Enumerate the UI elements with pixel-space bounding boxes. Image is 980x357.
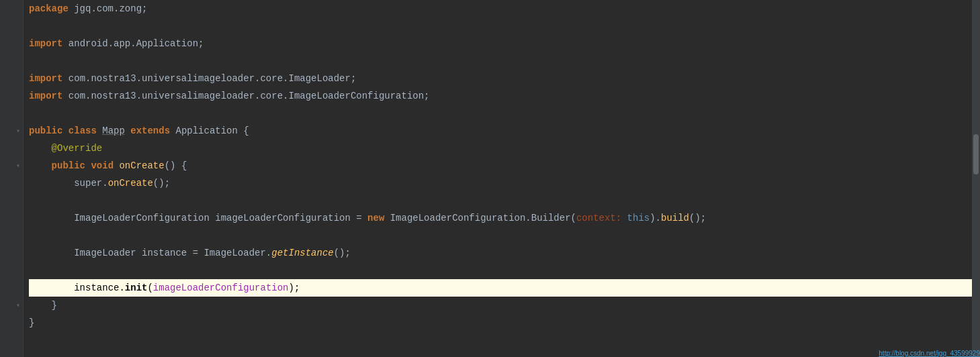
- code-text: }: [29, 314, 34, 332]
- gutter-line-14: [0, 227, 23, 244]
- keyword-public-1: public: [29, 122, 62, 140]
- method-oncreate: onCreate: [119, 157, 164, 174]
- gutter-line-7: [0, 105, 23, 122]
- code-line-15: ImageLoader instance = ImageLoader.getIn…: [29, 244, 980, 262]
- editor-container: ▾ ▾ ▾ package jgq.com.zong; import andro…: [0, 0, 980, 357]
- code-text: ();: [689, 209, 706, 227]
- gutter-line-4: [0, 52, 23, 70]
- code-text: ();: [153, 174, 170, 192]
- gutter-line-9: [0, 140, 23, 157]
- code-line-18: }: [29, 297, 980, 314]
- gutter-line-6: [0, 87, 23, 105]
- scrollbar-thumb-v[interactable]: [973, 134, 979, 174]
- keyword-public-2: public: [52, 157, 85, 174]
- code-line-2: [29, 17, 980, 35]
- gutter-line-11: [0, 174, 23, 192]
- keyword-this: this: [627, 209, 650, 227]
- code-text: ();: [334, 244, 351, 262]
- code-line-7: [29, 105, 980, 122]
- code-text: (: [147, 279, 152, 297]
- code-line-3: import android.app.Application;: [29, 35, 980, 52]
- gutter-line-8: ▾: [0, 122, 23, 140]
- code-text: [125, 122, 130, 140]
- code-line-1: package jgq.com.zong;: [29, 0, 980, 17]
- code-text: [114, 157, 119, 174]
- code-line-19: }: [29, 314, 980, 332]
- keyword-void: void: [91, 157, 114, 174]
- line-number-gutter: ▾ ▾ ▾: [0, 0, 24, 357]
- code-text: [85, 157, 91, 174]
- code-text: );: [289, 279, 300, 297]
- fold-arrow-18[interactable]: ▾: [16, 301, 20, 309]
- gutter-line-18: ▾: [0, 297, 23, 314]
- code-text: [621, 209, 627, 227]
- code-text: com.nostra13.universalimageloader.core.I…: [62, 87, 429, 105]
- code-text: android.app.Application;: [62, 35, 204, 52]
- gutter-line-15: [0, 244, 23, 262]
- indent: [29, 174, 74, 192]
- indent: [29, 157, 52, 174]
- fold-arrow-8[interactable]: ▾: [16, 127, 20, 135]
- code-text: instance.: [74, 279, 125, 297]
- vertical-scrollbar[interactable]: [972, 0, 980, 357]
- code-line-14: [29, 227, 980, 244]
- code-line-4: [29, 52, 980, 70]
- code-line-9: @Override: [29, 140, 980, 157]
- code-line-17: instance.init(imageLoaderConfiguration);: [29, 279, 980, 297]
- class-application: Application: [175, 122, 237, 140]
- code-text: [170, 122, 175, 140]
- code-text: ImageLoaderConfiguration imageLoaderConf…: [74, 209, 367, 227]
- code-text: ).: [650, 209, 661, 227]
- code-line-10: public void onCreate() {: [29, 157, 980, 174]
- code-line-12: [29, 192, 980, 209]
- code-text: }: [52, 297, 57, 314]
- gutter-line-3: [0, 35, 23, 52]
- annotation-override: @Override: [52, 140, 103, 157]
- method-super-oncreate: onCreate: [108, 174, 153, 192]
- code-line-13: ImageLoaderConfiguration imageLoaderConf…: [29, 209, 980, 227]
- indent: [29, 297, 52, 314]
- gutter-line-13: [0, 209, 23, 227]
- keyword-class: class: [69, 122, 97, 140]
- code-line-8: public class Mapp extends Application {: [29, 122, 980, 140]
- param-imageloaderconfig: imageLoaderConfiguration: [153, 279, 289, 297]
- keyword-import-1: import: [29, 35, 62, 52]
- fold-arrow-10[interactable]: ▾: [16, 162, 20, 170]
- keyword-new: new: [367, 209, 384, 227]
- code-text: [97, 122, 102, 140]
- keyword-extends: extends: [130, 122, 170, 140]
- code-text: [62, 122, 68, 140]
- class-name-mapp: Mapp: [102, 122, 125, 140]
- indent: [29, 209, 74, 227]
- param-context: context:: [576, 209, 621, 227]
- keyword-import-3: import: [29, 87, 62, 105]
- indent: [29, 140, 52, 157]
- url-bar: http://blog.csdn.net/jgq_43599929: [879, 349, 980, 357]
- keyword-import-2: import: [29, 70, 62, 87]
- indent: [29, 244, 74, 262]
- gutter-line-2: [0, 17, 23, 35]
- gutter-line-10: ▾: [0, 157, 23, 174]
- code-line-16: [29, 262, 980, 279]
- gutter-line-1: [0, 0, 23, 17]
- code-line-6: import com.nostra13.universalimageloader…: [29, 87, 980, 105]
- code-line-11: super.onCreate();: [29, 174, 980, 192]
- gutter-line-12: [0, 192, 23, 209]
- method-build: build: [661, 209, 689, 227]
- code-line-5: import com.nostra13.universalimageloader…: [29, 70, 980, 87]
- gutter-line-19: [0, 314, 23, 332]
- method-init: init: [125, 279, 148, 297]
- method-getinstance: getInstance: [271, 244, 333, 262]
- code-text: () {: [165, 157, 187, 174]
- code-text: jgq.com.zong;: [69, 0, 148, 17]
- code-editor[interactable]: package jgq.com.zong; import android.app…: [24, 0, 980, 357]
- code-text: ImageLoaderConfiguration.Builder(: [384, 209, 576, 227]
- code-text: ImageLoader instance = ImageLoader.: [74, 244, 271, 262]
- indent: [29, 279, 74, 297]
- keyword-package: package: [29, 0, 69, 17]
- gutter-line-5: [0, 70, 23, 87]
- code-text: {: [238, 122, 249, 140]
- gutter-line-16: [0, 262, 23, 279]
- code-text: com.nostra13.universalimageloader.core.I…: [62, 70, 356, 87]
- gutter-line-17: [0, 279, 23, 297]
